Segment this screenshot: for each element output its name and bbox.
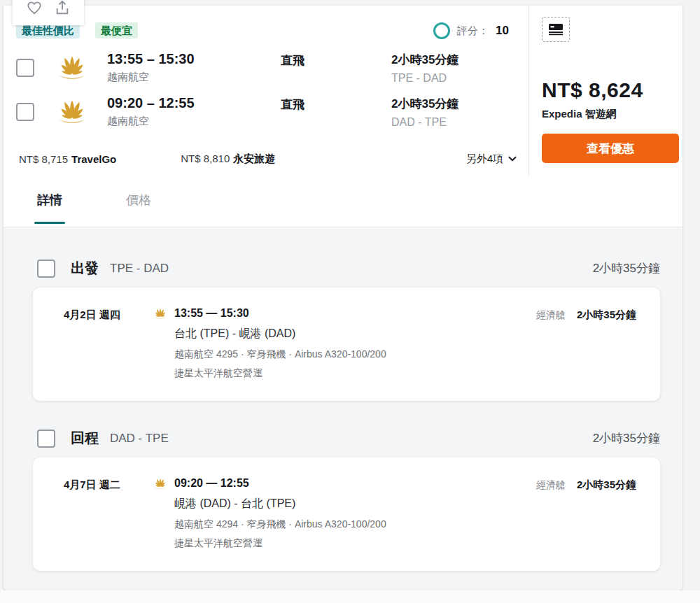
itinerary-summary: 最佳性價比 最便宜 評分： 10 13:55 – 15:30 越南航空 直飛 2… [4, 6, 528, 176]
outbound-detail-card: 4月2日 週四 13:55 — 15:30 台北 (TPE) - 峴港 (DAD… [33, 288, 660, 401]
outbound-section-header: 出發 TPE - DAD 2小時35分鐘 [33, 259, 660, 278]
flight-date: 4月7日 週二 [64, 477, 146, 492]
rating-ring-icon [433, 22, 450, 39]
credit-card-icon [547, 22, 564, 36]
rating: 評分： 10 [433, 22, 509, 39]
vietnam-airlines-logo [146, 307, 174, 319]
flight-info: 越南航空 4295 · 窄身飛機 · Airbus A320-100/200 [174, 348, 536, 361]
page-background [0, 590, 700, 603]
section-route: TPE - DAD [110, 262, 169, 276]
rating-label: 評分： [457, 24, 489, 38]
outbound-detail-checkbox[interactable] [37, 260, 55, 278]
return-section-header: 回程 DAD - TPE 2小時35分鐘 [33, 429, 660, 448]
heart-icon[interactable] [27, 0, 42, 15]
view-deal-button[interactable]: 查看優惠 [542, 134, 679, 163]
offer-price: NT$ 8,810 [181, 152, 230, 164]
vietnam-airlines-logo [146, 477, 174, 489]
chevron-down-icon [506, 152, 519, 165]
offer-travelgo[interactable]: NT$ 8,715TravelGo [19, 153, 116, 165]
payment-method-box[interactable] [542, 17, 570, 42]
best-price-vendor: Expedia 智遊網 [542, 108, 673, 121]
section-route: DAD - TPE [110, 432, 169, 446]
return-detail-card: 4月7日 週二 09:20 — 12:55 峴港 (DAD) - 台北 (TPE… [33, 457, 660, 571]
leg-stops: 直飛 [281, 97, 372, 113]
tab-prices[interactable]: 價格 [126, 192, 151, 208]
cabin-class: 經濟艙 [536, 479, 566, 492]
vietnam-airlines-logo [52, 100, 92, 124]
flight-route: 峴港 (DAD) - 台北 (TPE) [174, 497, 536, 511]
flight-info: 越南航空 4294 · 窄身飛機 · Airbus A320-100/200 [174, 518, 536, 531]
cabin-class: 經濟艙 [536, 309, 566, 322]
rating-value: 10 [496, 24, 509, 38]
section-title: 回程 [71, 429, 99, 448]
flight-duration: 2小時35分鐘 [577, 308, 636, 322]
tab-details[interactable]: 詳情 [37, 192, 62, 208]
more-offers-toggle[interactable]: 另外4項 [466, 152, 519, 166]
legs: 13:55 – 15:30 越南航空 直飛 2小時35分鐘 TPE - DAD … [16, 50, 516, 139]
flight-date: 4月2日 週四 [64, 307, 146, 322]
flight-times: 09:20 — 12:55 [174, 477, 536, 490]
leg-airline: 越南航空 [107, 71, 281, 84]
cheapest-badge: 最便宜 [95, 22, 138, 38]
outbound-checkbox[interactable] [16, 59, 34, 77]
leg-airline: 越南航空 [107, 115, 281, 128]
operated-by: 捷星太平洋航空營運 [174, 537, 536, 550]
flight-result-card: 最佳性價比 最便宜 評分： 10 13:55 – 15:30 越南航空 直飛 2… [4, 6, 682, 590]
offer-price: NT$ 8,715 [19, 153, 68, 165]
offer-yongan[interactable]: NT$ 8,810永安旅遊 [181, 152, 275, 166]
leg-row-outbound: 13:55 – 15:30 越南航空 直飛 2小時35分鐘 TPE - DAD [16, 50, 516, 85]
leg-row-return: 09:20 – 12:55 越南航空 直飛 2小時35分鐘 DAD - TPE [16, 94, 516, 129]
favorite-share-box [13, 0, 84, 25]
details-panel: 出發 TPE - DAD 2小時35分鐘 4月2日 週四 13:55 — 15:… [4, 227, 682, 590]
leg-route: DAD - TPE [391, 116, 458, 129]
share-icon[interactable] [55, 0, 70, 15]
more-offers-label: 另外4項 [466, 152, 503, 166]
flight-route: 台北 (TPE) - 峴港 (DAD) [174, 327, 536, 341]
leg-times: 09:20 – 12:55 [107, 94, 281, 111]
other-offers-row: NT$ 8,715TravelGo NT$ 8,810永安旅遊 另外4項 [4, 147, 528, 171]
section-title: 出發 [71, 259, 99, 278]
return-checkbox[interactable] [16, 103, 34, 121]
tab-bar: 詳情 價格 [4, 176, 682, 227]
leg-stops: 直飛 [281, 52, 372, 69]
leg-route: TPE - DAD [391, 72, 458, 85]
leg-duration: 2小時35分鐘 [391, 52, 458, 68]
return-detail-checkbox[interactable] [37, 430, 55, 448]
offer-vendor: TravelGo [71, 153, 116, 165]
operated-by: 捷星太平洋航空營運 [174, 367, 536, 380]
vietnam-airlines-logo [52, 56, 92, 80]
section-duration: 2小時35分鐘 [593, 260, 660, 276]
offer-vendor: 永安旅遊 [233, 152, 275, 164]
flight-times: 13:55 — 15:30 [174, 307, 536, 320]
leg-duration: 2小時35分鐘 [391, 96, 458, 112]
section-duration: 2小時35分鐘 [593, 430, 660, 446]
best-price: NT$ 8,624 [542, 78, 673, 102]
flight-duration: 2小時35分鐘 [577, 478, 636, 492]
price-panel: NT$ 8,624 Expedia 智遊網 查看優惠 [528, 6, 682, 176]
leg-times: 13:55 – 15:30 [107, 50, 281, 67]
